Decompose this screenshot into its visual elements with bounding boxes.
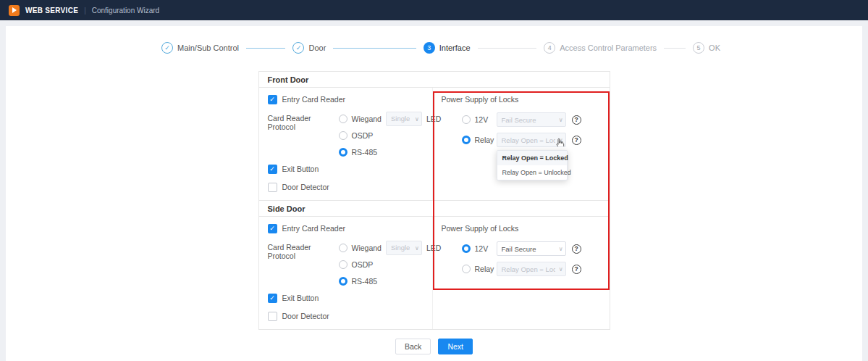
front-exit-button-checkbox[interactable]: ✓ Exit Button xyxy=(268,163,424,175)
radio-selected-icon xyxy=(339,148,347,157)
step-number: 3 xyxy=(424,42,435,54)
front-door-detector-checkbox[interactable]: Door Detector xyxy=(268,181,424,193)
step-door[interactable]: ✓ Door xyxy=(292,42,326,54)
side-power-relay-row: Relay Relay Open = Locked ∨ ? xyxy=(462,262,601,276)
side-door-detector-checkbox[interactable]: Door Detector xyxy=(268,310,424,322)
power-supply-title: Power Supply of Locks xyxy=(442,224,601,233)
radio-label: OSDP xyxy=(352,260,374,269)
front-power-relay-radio[interactable] xyxy=(462,136,471,144)
help-icon[interactable]: ? xyxy=(572,265,581,274)
radio-selected-icon xyxy=(339,277,347,286)
radio-label: Wiegand xyxy=(352,244,382,252)
front-wiegand-mode-select[interactable]: Single ∨ xyxy=(386,112,422,126)
radio-unselected-icon xyxy=(339,131,347,140)
side-exit-button-checkbox[interactable]: ✓ Exit Button xyxy=(268,292,424,304)
checkbox-label: Exit Button xyxy=(282,165,319,173)
power-supply-title: Power Supply of Locks xyxy=(442,95,601,104)
back-button[interactable]: Back xyxy=(395,339,431,354)
radio-label: Wiegand xyxy=(352,115,382,123)
radio-unselected-icon xyxy=(339,115,347,123)
side-protocol-rs485-radio[interactable]: RS-485 xyxy=(339,274,442,288)
front-protocol-wiegand-radio[interactable]: Wiegand Single ∨ LED xyxy=(339,112,442,125)
app-logo-icon xyxy=(9,5,20,16)
chevron-down-icon: ∨ xyxy=(415,115,419,122)
brand-title: WEB SERVICE xyxy=(25,7,78,14)
checkbox-label: Entry Card Reader xyxy=(282,95,346,104)
step-number: 4 xyxy=(544,42,555,54)
checkbox-label: Exit Button xyxy=(282,294,319,302)
step-number: 5 xyxy=(693,42,704,54)
main-card: ✓ Main/Sub Control ✓ Door 3 Interface 4 … xyxy=(6,26,862,361)
side-door-section: ✓ Entry Card Reader Card Reader Protocol… xyxy=(259,217,610,329)
checkbox-label: Entry Card Reader xyxy=(282,224,346,233)
card-reader-protocol-label: Card Reader Protocol xyxy=(268,112,339,162)
side-power-12v-radio[interactable] xyxy=(462,244,471,253)
front-12v-mode-select[interactable]: Fail Secure ∨ xyxy=(497,112,566,127)
side-wiegand-mode-select[interactable]: Single ∨ xyxy=(386,241,422,255)
step-ok[interactable]: 5 OK xyxy=(693,42,720,54)
step-done-check-icon: ✓ xyxy=(292,42,304,54)
radio-label: OSDP xyxy=(352,131,374,140)
chevron-down-icon: ∨ xyxy=(559,246,563,252)
radio-label: 12V xyxy=(475,115,497,124)
radio-label: Relay xyxy=(475,265,497,273)
chevron-down-icon: ∨ xyxy=(415,244,419,251)
side-card-reader-protocol-group: Card Reader Protocol Wiegand Single ∨ LE… xyxy=(268,241,424,291)
help-icon[interactable]: ? xyxy=(572,115,581,125)
front-power-12v-radio[interactable] xyxy=(462,115,471,124)
front-entry-card-reader-checkbox[interactable]: ✓ Entry Card Reader xyxy=(268,94,424,105)
front-card-reader-protocol-group: Card Reader Protocol Wiegand Single ∨ LE… xyxy=(268,112,424,162)
checkbox-label: Door Detector xyxy=(282,183,329,191)
radio-label: Relay xyxy=(475,136,497,144)
side-power-relay-radio[interactable] xyxy=(462,265,471,273)
relay-mode-dropdown: Relay Open = Locked Relay Open = Unlocke… xyxy=(497,150,568,180)
topbar: WEB SERVICE | Configuration Wizard xyxy=(0,0,868,20)
card-reader-protocol-label: Card Reader Protocol xyxy=(268,241,339,291)
front-protocol-osdp-radio[interactable]: OSDP xyxy=(339,128,442,142)
wizard-footer: Back Next xyxy=(6,339,862,354)
front-protocol-rs485-radio[interactable]: RS-485 xyxy=(339,145,442,159)
help-icon[interactable]: ? xyxy=(572,136,581,145)
side-door-section-title: Side Door xyxy=(259,201,610,217)
side-power-12v-row: 12V Fail Secure ∨ ? xyxy=(462,241,601,256)
checkbox-checked-icon: ✓ xyxy=(268,294,277,303)
topbar-divider: | xyxy=(84,7,86,14)
front-power-12v-row: 12V Fail Secure ∨ ? xyxy=(462,112,601,127)
step-access-control-parameters[interactable]: 4 Access Control Parameters xyxy=(544,42,657,54)
step-label: Interface xyxy=(439,43,471,52)
step-label: Access Control Parameters xyxy=(560,43,657,52)
step-done-check-icon: ✓ xyxy=(161,42,173,54)
dropdown-option-relay-open-locked[interactable]: Relay Open = Locked xyxy=(497,151,567,165)
logo-glyph xyxy=(12,7,17,13)
checkbox-unchecked-icon xyxy=(268,183,277,192)
step-connector xyxy=(478,48,537,49)
front-power-supply-column: Power Supply of Locks 12V Fail Secure ∨ … xyxy=(433,88,610,200)
side-power-supply-column: Power Supply of Locks 12V Fail Secure ∨ … xyxy=(433,217,610,329)
side-door-left-column: ✓ Entry Card Reader Card Reader Protocol… xyxy=(259,217,433,329)
front-door-section-title: Front Door xyxy=(259,72,610,88)
checkbox-checked-icon: ✓ xyxy=(268,224,277,233)
step-interface[interactable]: 3 Interface xyxy=(424,42,471,54)
step-connector xyxy=(664,48,686,49)
chevron-down-icon: ∨ xyxy=(559,137,563,144)
help-icon[interactable]: ? xyxy=(572,244,581,254)
radio-label: RS-485 xyxy=(352,148,378,157)
radio-unselected-icon xyxy=(339,260,347,269)
next-button[interactable]: Next xyxy=(438,339,473,354)
radio-label: 12V xyxy=(475,244,497,253)
checkbox-checked-icon: ✓ xyxy=(268,95,277,104)
page-title: Configuration Wizard xyxy=(92,7,159,14)
side-relay-mode-select[interactable]: Relay Open = Locked ∨ xyxy=(497,262,566,276)
wizard-steps: ✓ Main/Sub Control ✓ Door 3 Interface 4 … xyxy=(161,26,720,54)
side-12v-mode-select[interactable]: Fail Secure ∨ xyxy=(497,241,566,256)
front-power-relay-row: Relay Relay Open = Locked ∨ ? Relay Open… xyxy=(462,133,601,147)
dropdown-option-relay-open-unlocked[interactable]: Relay Open = Unlocked xyxy=(497,165,567,180)
radio-unselected-icon xyxy=(339,244,347,252)
chevron-down-icon: ∨ xyxy=(559,266,563,273)
side-protocol-wiegand-radio[interactable]: Wiegand Single ∨ LED xyxy=(339,241,442,254)
side-entry-card-reader-checkbox[interactable]: ✓ Entry Card Reader xyxy=(268,223,424,234)
step-main-sub-control[interactable]: ✓ Main/Sub Control xyxy=(161,42,239,54)
side-protocol-osdp-radio[interactable]: OSDP xyxy=(339,257,442,271)
front-relay-mode-select[interactable]: Relay Open = Locked ∨ xyxy=(497,133,566,147)
front-door-left-column: ✓ Entry Card Reader Card Reader Protocol… xyxy=(259,88,433,200)
